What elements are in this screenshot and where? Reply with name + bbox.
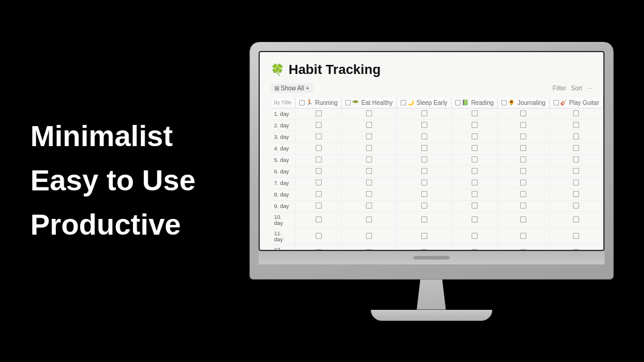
checkbox[interactable] (316, 145, 322, 151)
checkbox[interactable] (421, 110, 427, 116)
row-3-col-1[interactable] (296, 131, 342, 142)
row-12-col-3[interactable] (396, 244, 451, 251)
row-5-col-3[interactable] (396, 154, 451, 166)
checkbox[interactable] (366, 145, 372, 151)
col-header-reading[interactable]: 📗 Reading (452, 98, 498, 109)
col-header-journaling[interactable]: 🌻 Journaling (498, 98, 549, 109)
row-3-col-2[interactable] (342, 131, 397, 142)
checkbox[interactable] (421, 233, 427, 239)
checkbox[interactable] (421, 133, 427, 139)
row-11-col-5[interactable] (498, 228, 549, 244)
checkbox[interactable] (366, 233, 372, 239)
row-6-col-4[interactable] (452, 166, 498, 177)
checkbox[interactable] (472, 156, 478, 163)
row-1-col-6[interactable] (549, 108, 603, 119)
checkbox[interactable] (366, 122, 372, 128)
checkbox[interactable] (366, 110, 372, 116)
row-12-col-2[interactable] (342, 244, 397, 251)
checkbox[interactable] (316, 133, 322, 139)
row-9-col-6[interactable] (549, 200, 603, 212)
checkbox[interactable] (316, 179, 322, 186)
row-9-col-5[interactable] (498, 200, 549, 212)
checkbox[interactable] (366, 133, 372, 139)
col-header-sleep-early[interactable]: 🌙 Sleep Early (396, 98, 451, 109)
checkbox[interactable] (472, 233, 478, 239)
sort-button[interactable]: Sort (571, 85, 582, 92)
more-options-icon[interactable]: ··· (587, 85, 592, 92)
checkbox[interactable] (421, 156, 427, 163)
col-header-guitar[interactable]: 🎸 Play Guitar (549, 98, 603, 109)
checkbox[interactable] (316, 233, 322, 239)
row-2-col-1[interactable] (296, 119, 342, 131)
checkbox[interactable] (573, 145, 579, 151)
row-12-col-4[interactable] (452, 244, 498, 251)
row-8-col-2[interactable] (342, 189, 397, 200)
row-2-col-4[interactable] (452, 119, 498, 131)
checkbox[interactable] (573, 179, 579, 186)
row-10-col-2[interactable] (342, 212, 397, 228)
checkbox[interactable] (421, 203, 427, 209)
row-8-col-1[interactable] (296, 189, 342, 200)
checkbox[interactable] (573, 203, 579, 209)
checkbox[interactable] (366, 216, 372, 223)
checkbox[interactable] (316, 110, 322, 116)
row-6-col-6[interactable] (549, 166, 603, 177)
checkbox[interactable] (573, 122, 579, 128)
row-1-col-4[interactable] (452, 108, 498, 119)
row-7-col-2[interactable] (342, 177, 397, 189)
row-10-col-5[interactable] (498, 212, 549, 228)
checkbox[interactable] (316, 203, 322, 209)
checkbox[interactable] (573, 216, 579, 223)
checkbox[interactable] (366, 191, 372, 197)
checkbox[interactable] (472, 133, 478, 139)
checkbox[interactable] (520, 191, 526, 197)
row-5-col-2[interactable] (342, 154, 397, 166)
row-11-col-6[interactable] (549, 228, 603, 244)
checkbox[interactable] (472, 110, 478, 116)
row-12-col-1[interactable] (296, 244, 342, 251)
row-7-col-5[interactable] (498, 177, 549, 189)
row-8-col-6[interactable] (549, 189, 603, 200)
row-3-col-5[interactable] (498, 131, 549, 142)
checkbox[interactable] (520, 122, 526, 128)
checkbox[interactable] (573, 133, 579, 139)
row-4-col-2[interactable] (342, 142, 397, 154)
row-11-col-3[interactable] (396, 228, 451, 244)
row-2-col-5[interactable] (498, 119, 549, 131)
checkbox[interactable] (573, 168, 579, 174)
row-1-col-3[interactable] (396, 108, 451, 119)
checkbox[interactable] (316, 122, 322, 128)
checkbox[interactable] (573, 191, 579, 197)
checkbox[interactable] (366, 179, 372, 186)
row-4-col-4[interactable] (452, 142, 498, 154)
checkbox[interactable] (366, 156, 372, 163)
row-6-col-5[interactable] (498, 166, 549, 177)
checkbox[interactable] (472, 145, 478, 151)
checkbox[interactable] (316, 168, 322, 174)
row-7-col-6[interactable] (549, 177, 603, 189)
row-6-col-2[interactable] (342, 166, 397, 177)
checkbox[interactable] (421, 122, 427, 128)
checkbox[interactable] (520, 216, 526, 223)
checkbox[interactable] (316, 216, 322, 223)
row-2-col-6[interactable] (549, 119, 603, 131)
row-5-col-6[interactable] (549, 154, 603, 166)
checkbox[interactable] (520, 203, 526, 209)
row-5-col-1[interactable] (296, 154, 342, 166)
row-2-col-2[interactable] (342, 119, 397, 131)
checkbox[interactable] (520, 168, 526, 174)
row-12-col-5[interactable] (498, 244, 549, 251)
checkbox[interactable] (573, 233, 579, 239)
checkbox[interactable] (520, 133, 526, 139)
row-5-col-5[interactable] (498, 154, 549, 166)
row-4-col-6[interactable] (549, 142, 603, 154)
row-9-col-1[interactable] (296, 200, 342, 212)
checkbox[interactable] (316, 156, 322, 163)
row-8-col-3[interactable] (396, 189, 451, 200)
checkbox[interactable] (472, 216, 478, 223)
row-9-col-4[interactable] (452, 200, 498, 212)
row-3-col-4[interactable] (452, 131, 498, 142)
checkbox[interactable] (366, 203, 372, 209)
row-9-col-3[interactable] (396, 200, 451, 212)
checkbox[interactable] (520, 179, 526, 186)
